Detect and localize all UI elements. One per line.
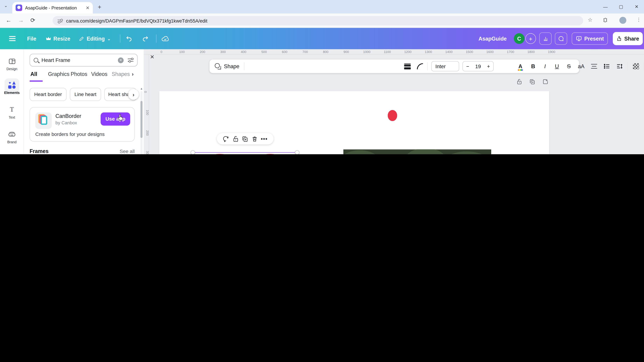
font-size-value[interactable]: 19 [475, 63, 481, 69]
text-color-button[interactable]: A [516, 59, 525, 73]
browser-profile-avatar[interactable] [619, 17, 626, 24]
tab-close-icon[interactable]: ✕ [86, 5, 90, 10]
window-maximize-button[interactable]: ▢ [614, 0, 628, 13]
resize-menu[interactable]: Resize [46, 28, 70, 49]
font-family-select[interactable]: Inter [431, 61, 459, 71]
editing-mode-menu[interactable]: Editing ⌄ [79, 28, 111, 49]
crown-icon [46, 36, 51, 40]
chip-heart-border[interactable]: Heart border [30, 88, 66, 101]
duplicate-icon[interactable] [242, 136, 248, 142]
window-minimize-button[interactable]: — [598, 0, 613, 13]
add-page-icon[interactable] [542, 79, 548, 85]
selection-bounding-box[interactable] [193, 152, 297, 154]
tab-search-chevron-icon[interactable]: ⌄ [4, 3, 8, 8]
sidebar-item-design[interactable]: Design [0, 57, 24, 71]
insights-button[interactable] [539, 32, 552, 44]
tab-shapes[interactable]: Shapes [112, 71, 130, 77]
panel-scrollbar[interactable]: ▲ ▼ [140, 87, 143, 154]
present-button[interactable]: Present [572, 32, 608, 44]
photo-woman-portrait[interactable] [343, 149, 491, 154]
ruler-top-label: 0 [160, 50, 162, 54]
tabs-overflow-chevron-icon[interactable]: › [132, 71, 134, 77]
tab-photos[interactable]: Photos [71, 71, 87, 77]
window-close-button[interactable]: ✕ [629, 0, 644, 13]
strikethrough-button[interactable]: S [564, 59, 574, 73]
delete-icon[interactable] [252, 136, 258, 142]
address-bar[interactable]: canva.com/design/DAGPmFasnPE/bdVQtx371kf… [52, 16, 583, 25]
page-actions [516, 79, 548, 85]
back-button[interactable]: ← [6, 17, 12, 23]
scroll-up-icon[interactable]: ▲ [140, 87, 143, 90]
ruler-top-label: 400 [241, 50, 246, 54]
sidebar-item-text[interactable]: T Text [0, 105, 24, 119]
tab-all[interactable]: All [30, 71, 37, 77]
undo-button[interactable] [126, 28, 132, 49]
underline-button[interactable]: U [552, 59, 562, 73]
alignment-button[interactable] [589, 59, 599, 73]
add-member-button[interactable]: + [525, 33, 536, 44]
account-avatar[interactable]: C [514, 33, 524, 44]
text-color-icon: A [518, 63, 522, 69]
chart-icon [543, 36, 548, 41]
reload-button[interactable]: ⟳ [30, 17, 35, 23]
app-name: CanBorder [56, 113, 82, 119]
resize-handle-ne[interactable] [295, 150, 300, 154]
list-button[interactable] [602, 59, 612, 73]
extensions-icon[interactable] [603, 18, 608, 23]
lock-icon[interactable] [233, 136, 238, 142]
font-size-increase[interactable]: + [487, 63, 490, 69]
ruler-top-label: 1400 [445, 50, 452, 54]
panel-close-icon[interactable]: ✕ [150, 54, 154, 60]
lock-page-icon[interactable] [516, 79, 522, 85]
chevron-down-icon: ⌄ [107, 36, 111, 41]
ruler-top-label: 500 [261, 50, 267, 54]
use-app-button[interactable]: Use app [100, 112, 130, 126]
ruler-top-label: 200 [200, 50, 205, 54]
tab-favicon [16, 4, 22, 11]
redo-button[interactable] [142, 28, 149, 49]
file-menu[interactable]: File [27, 28, 36, 49]
text-case-button[interactable]: aA [576, 59, 586, 73]
save-status-button[interactable] [161, 28, 169, 49]
ruler-top-label: 1100 [384, 50, 391, 54]
forward-button[interactable]: → [18, 17, 24, 23]
more-options-icon[interactable]: ••• [261, 136, 268, 142]
sidebar-item-brand[interactable]: co Brand [0, 130, 24, 144]
fill-color-swatch[interactable] [388, 110, 397, 121]
bookmark-star-icon[interactable]: ☆ [588, 17, 592, 23]
text-icon: T [0, 105, 24, 114]
bold-button[interactable]: B [528, 59, 538, 73]
search-filters-icon[interactable] [128, 58, 134, 63]
share-button[interactable]: Share [613, 32, 643, 45]
tab-videos[interactable]: Videos [91, 71, 108, 77]
site-info-icon[interactable] [58, 19, 62, 23]
border-weight-icon [404, 63, 411, 69]
chips-next-chevron-icon[interactable]: › [128, 89, 139, 100]
home-menu-button[interactable] [9, 28, 16, 49]
font-size-decrease[interactable]: − [466, 63, 469, 69]
frames-see-all-link[interactable]: See all [120, 149, 135, 154]
transparency-button[interactable] [631, 59, 641, 73]
comment-add-icon[interactable] [223, 136, 230, 142]
duplicate-page-icon[interactable] [530, 79, 535, 85]
clear-search-icon[interactable]: ✕ [118, 57, 124, 63]
browser-menu-icon[interactable]: ⋮ [636, 17, 641, 22]
new-tab-button[interactable]: + [98, 3, 102, 10]
scrollbar-thumb[interactable] [140, 101, 142, 138]
italic-button[interactable]: I [540, 59, 550, 73]
comment-icon [558, 36, 564, 41]
shape-menu-button[interactable]: Shape [214, 59, 240, 73]
design-page[interactable] [160, 91, 549, 154]
search-input[interactable]: Heart Frame ✕ [30, 54, 138, 66]
sidebar-item-uploads[interactable]: Uploads [0, 154, 24, 154]
comments-button[interactable] [555, 32, 567, 44]
chip-line-heart[interactable]: Line heart [70, 88, 101, 101]
sidebar-item-elements[interactable]: ♥ Elements [0, 80, 24, 95]
resize-handle-nw[interactable] [190, 150, 195, 154]
line-curve-button[interactable] [415, 59, 424, 73]
spacing-button[interactable] [614, 59, 624, 73]
border-weight-button[interactable] [402, 59, 412, 73]
redo-icon [142, 35, 149, 42]
tab-graphics[interactable]: Graphics [48, 71, 70, 77]
browser-tab[interactable]: AsapGuide - Presentation ✕ [12, 2, 93, 14]
